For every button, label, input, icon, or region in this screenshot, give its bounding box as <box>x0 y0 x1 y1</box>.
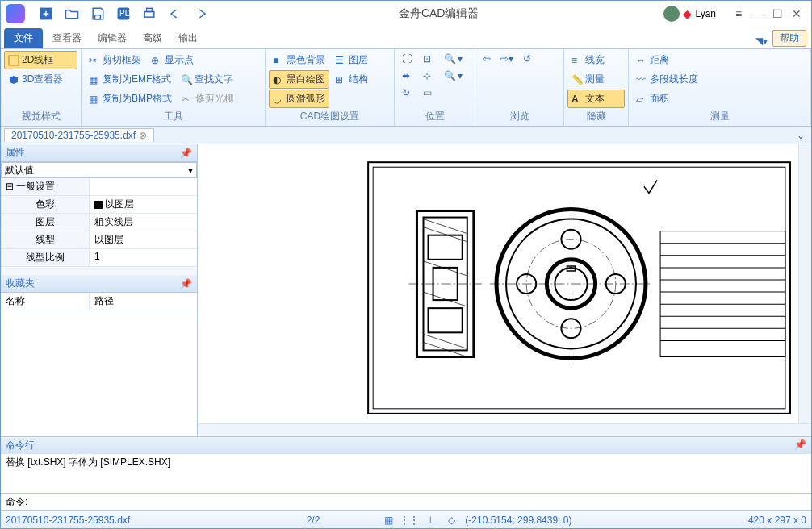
print-button[interactable] <box>140 4 159 23</box>
svg-rect-12 <box>429 308 463 332</box>
close-tab-button[interactable]: ⊗ <box>139 130 147 141</box>
zoom-dropdown-button[interactable]: 🔍▾ <box>440 51 467 67</box>
fit-icon: ⛶ <box>402 53 413 65</box>
properties-header: 属性📌 <box>1 144 197 162</box>
text-button[interactable]: A文本 <box>567 90 625 108</box>
fav-col-name[interactable]: 名称 <box>1 293 90 310</box>
grid-toggle[interactable]: ▦ <box>381 513 396 527</box>
area-icon: ▱ <box>636 94 647 105</box>
layer-button[interactable]: ☰图层 <box>331 51 372 69</box>
svg-line-18 <box>424 334 467 348</box>
osnap-toggle[interactable]: ◇ <box>444 513 458 527</box>
favorites-header: 收藏夹📌 <box>1 275 197 293</box>
nav-home-button[interactable]: ↺ <box>519 51 535 67</box>
open-file-button[interactable] <box>62 4 82 23</box>
black-bg-button[interactable]: ■黑色背景 <box>269 51 329 69</box>
polyline-length-button[interactable]: 〰多段线长度 <box>632 70 807 89</box>
trim-raster-button[interactable]: ✂修剪光栅 <box>178 90 238 108</box>
svg-rect-11 <box>429 235 463 260</box>
zoom-window-button[interactable]: ⊡ <box>419 51 438 67</box>
gem-icon: ◆ <box>683 7 692 20</box>
rotate-button[interactable]: ↻ <box>398 85 417 101</box>
pin-icon[interactable]: 📌 <box>180 278 192 289</box>
pin-icon[interactable]: 📌 <box>794 439 806 452</box>
linewidth-icon: ≡ <box>571 55 583 66</box>
save-button[interactable] <box>88 4 107 23</box>
layers-icon: ☰ <box>335 55 346 66</box>
fav-col-path[interactable]: 路径 <box>90 293 119 310</box>
copy-bmp-button[interactable]: ▦复制为BMP格式 <box>85 90 176 108</box>
user-area[interactable]: ◆ Lyan <box>663 6 716 22</box>
group-visual-label: 视觉样式 <box>4 109 77 124</box>
extent-button[interactable]: ⊹ <box>419 68 438 84</box>
minimize-button[interactable]: — <box>748 4 768 23</box>
vertical-scrollbar[interactable] <box>798 144 811 423</box>
snap-toggle[interactable]: ⋮⋮ <box>402 513 416 527</box>
command-log: 替换 [txt.SHX] 字体为 [SIMPLEX.SHX] <box>1 454 811 493</box>
group-tools-label: 工具 <box>85 109 262 124</box>
tab-output[interactable]: 输出 <box>170 28 206 48</box>
text-icon: A <box>571 94 583 105</box>
new-file-button[interactable] <box>36 4 56 23</box>
ortho-toggle[interactable]: ⊥ <box>423 513 437 527</box>
tab-viewer[interactable]: 查看器 <box>44 28 90 48</box>
command-input[interactable] <box>31 497 806 508</box>
copy-emf-button[interactable]: ▦复制为EMF格式 <box>85 70 175 89</box>
username: Lyan <box>695 8 716 19</box>
selrect-icon: ▭ <box>423 87 434 98</box>
menu-button[interactable]: ≡ <box>729 4 748 23</box>
scissors-icon: ✂ <box>89 55 100 66</box>
horizontal-scrollbar[interactable] <box>198 423 811 436</box>
extent-icon: ⊹ <box>423 70 434 81</box>
3d-viewer-button[interactable]: 3D查看器 <box>4 70 77 89</box>
ribbon-options-button[interactable]: ◥▾ <box>751 34 772 48</box>
smooth-arc-button[interactable]: ◡圆滑弧形 <box>269 90 329 108</box>
tab-editor[interactable]: 编辑器 <box>90 28 135 48</box>
distance-button[interactable]: ↔距离 <box>632 51 807 69</box>
table-row: 线型比例1 <box>1 249 197 267</box>
clip-frame-button[interactable]: ✂剪切框架 <box>85 51 145 69</box>
menubar: 文件 查看器 编辑器 高级 输出 ◥▾ 帮助 <box>1 27 811 49</box>
export-pdf-button[interactable]: PDF <box>114 4 133 23</box>
pan-button[interactable]: ⬌ <box>398 68 417 84</box>
zoom2-icon: 🔍 <box>444 70 455 81</box>
group-measure-label: 测量 <box>632 109 807 124</box>
chevron-down-icon[interactable]: ▾ <box>188 165 193 176</box>
group-cad-label: CAD绘图设置 <box>269 109 391 124</box>
nav-fwd-button[interactable]: ⇨▾ <box>496 51 517 67</box>
drawing-canvas[interactable] <box>198 144 798 423</box>
property-default-input[interactable]: ▾ <box>1 162 197 178</box>
measure-button[interactable]: 📏测量 <box>567 70 625 89</box>
area-button[interactable]: ▱面积 <box>632 90 807 108</box>
svg-line-17 <box>424 292 467 306</box>
2d-wireframe-button[interactable]: 2D线框 <box>4 51 77 69</box>
file-menu[interactable]: 文件 <box>4 28 43 48</box>
find-text-button[interactable]: 🔍查找文字 <box>177 70 237 89</box>
undo-button[interactable] <box>165 4 185 23</box>
default-value-input[interactable] <box>5 165 188 176</box>
tab-advanced[interactable]: 高级 <box>135 28 170 48</box>
help-button[interactable]: 帮助 <box>772 30 806 47</box>
structure-button[interactable]: ⊞结构 <box>331 70 372 89</box>
zoom-fit-button[interactable]: ⛶ <box>398 51 417 67</box>
cube-icon <box>8 74 19 85</box>
bw-draw-button[interactable]: ◐黑白绘图 <box>269 70 329 89</box>
blackbg-icon: ■ <box>273 55 284 66</box>
command-panel: 命令行📌 替换 [txt.SHX] 字体为 [SIMPLEX.SHX] 命令: <box>1 436 811 510</box>
collapse-ribbon-button[interactable]: ⌄ <box>793 130 808 141</box>
close-button[interactable]: ✕ <box>787 4 806 23</box>
svg-rect-4 <box>144 12 154 18</box>
show-points-button[interactable]: ⊕显示点 <box>147 51 198 69</box>
avatar <box>663 6 680 22</box>
maximize-button[interactable]: ☐ <box>768 4 787 23</box>
linewidth-button[interactable]: ≡线宽 <box>567 51 625 69</box>
svg-rect-8 <box>373 167 785 409</box>
selrect-button[interactable]: ▭ <box>419 85 438 101</box>
section-general[interactable]: 一般设置 <box>1 178 90 195</box>
pin-icon[interactable]: 📌 <box>180 148 192 159</box>
zoom2-dropdown-button[interactable]: 🔍▾ <box>440 68 467 84</box>
nav-back-button[interactable]: ⇦ <box>479 51 495 67</box>
document-tab[interactable]: 20170510-231755-25935.dxf ⊗ <box>4 128 154 142</box>
redo-button[interactable] <box>191 4 211 23</box>
status-coords: (-210.5154; 299.8439; 0) <box>465 514 571 526</box>
